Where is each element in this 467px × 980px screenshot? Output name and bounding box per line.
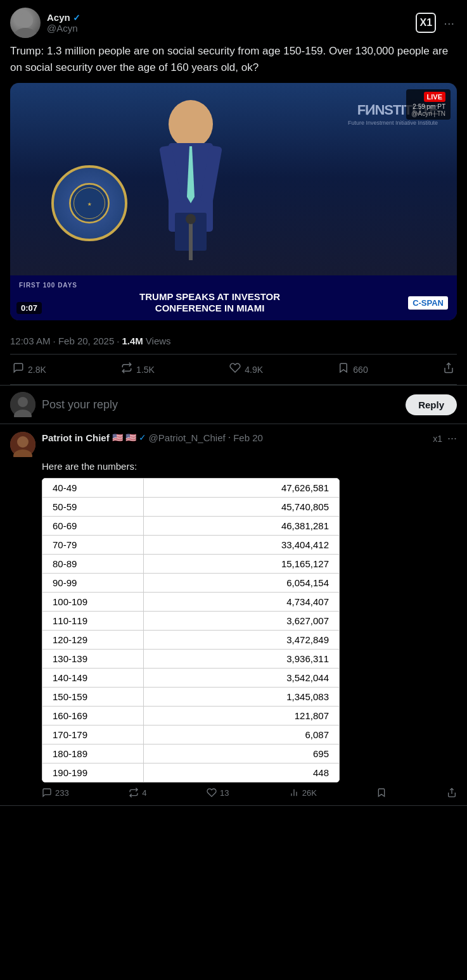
table-cell-range: 150-159 (42, 688, 144, 707)
table-cell-range: 100-109 (42, 593, 144, 612)
table-row: 150-1591,345,083 (42, 688, 340, 707)
reply-retweet-count: 4 (142, 788, 146, 798)
retweet-count: 1.5K (136, 365, 155, 375)
reply-username[interactable]: @Patriot_N_Chief (149, 432, 226, 443)
svg-point-0 (18, 13, 33, 28)
reply-avatar (10, 392, 35, 417)
reply-bookmark-action[interactable] (376, 788, 387, 798)
reply-section: Post your reply Reply (0, 386, 467, 424)
table-cell-value: 46,381,281 (144, 517, 340, 536)
reply-xl-badge: x1 (433, 434, 442, 444)
video-timer: 0:07 (16, 302, 42, 314)
views-label: Views (146, 336, 171, 346)
header-actions: X1 ··· (416, 13, 457, 33)
table-cell-value: 121,807 (144, 707, 340, 726)
table-row: 110-1193,627,007 (42, 612, 340, 631)
views-count: 1.4M (122, 336, 143, 346)
video-title-row: TRUMP SPEAKS AT INVESTOR CONFERENCE IN M… (19, 291, 448, 314)
reply-flags: 🇺🇸 🇺🇸 (112, 432, 136, 443)
reply-user-row: Patriot in Chief 🇺🇸 🇺🇸 ✓ @Patriot_N_Chie… (42, 432, 426, 443)
data-table: 40-4947,626,58150-5945,740,80560-6946,38… (42, 478, 340, 782)
table-row: 160-169121,807 (42, 707, 340, 726)
display-name[interactable]: Acyn ✓ (47, 12, 80, 23)
reply-button[interactable]: Reply (406, 394, 457, 415)
like-action[interactable]: 4.9K (227, 357, 265, 382)
reply-views-action[interactable]: 26K (289, 788, 317, 798)
reply-header-actions: x1 ··· (433, 432, 457, 445)
reply-reply-action[interactable]: 233 (42, 788, 69, 798)
table-row: 70-7933,404,412 (42, 536, 340, 555)
reply-content: Here are the numbers: 40-4947,626,58150-… (42, 461, 457, 782)
username[interactable]: @Acyn (47, 23, 80, 34)
more-options-button[interactable]: ··· (441, 13, 457, 33)
table-cell-value: 6,087 (144, 726, 340, 744)
reply-like-action[interactable]: 13 (207, 788, 229, 798)
table-cell-value: 695 (144, 744, 340, 763)
table-cell-value: 3,627,007 (144, 612, 340, 631)
table-cell-range: 80-89 (42, 555, 144, 574)
table-row: 50-5945,740,805 (42, 498, 340, 517)
table-row: 40-4947,626,581 (42, 479, 340, 498)
avatar[interactable] (10, 8, 41, 38)
svg-text:★: ★ (87, 202, 92, 206)
bookmark-action[interactable]: 660 (335, 357, 370, 382)
reply-text: Here are the numbers: (42, 461, 457, 472)
tweet-video[interactable]: ★ FI/INSTITUTE F (10, 83, 457, 320)
table-row: 190-199448 (42, 763, 340, 782)
reply-reply-count: 233 (55, 788, 69, 798)
reply-tweet-avatar[interactable] (10, 432, 35, 457)
table-cell-range: 40-49 (42, 479, 144, 498)
reply-count: 2.8K (28, 365, 46, 375)
table-cell-range: 190-199 (42, 763, 144, 782)
verified-icon: ✓ (73, 13, 80, 23)
table-cell-value: 4,734,407 (144, 593, 340, 612)
main-tweet: Acyn ✓ @Acyn X1 ··· Trump: 1.3 million p… (0, 0, 467, 386)
user-info: Acyn ✓ @Acyn (47, 12, 80, 34)
reply-icon (13, 362, 24, 377)
reply-retweet-action[interactable]: 4 (129, 788, 146, 798)
cspan-logo: C-SPAN (408, 296, 448, 310)
name-text: Acyn (47, 12, 70, 23)
table-row: 120-1293,472,849 (42, 631, 340, 650)
reply-more-button[interactable]: ··· (447, 432, 457, 445)
tweet-actions: 2.8K 1.5K 4.9K 660 (10, 355, 457, 385)
video-title-bar: FIRST 100 DAYS TRUMP SPEAKS AT INVESTOR … (10, 275, 457, 320)
reply-action[interactable]: 2.8K (10, 357, 49, 382)
table-row: 90-996,054,154 (42, 574, 340, 593)
retweet-icon (121, 362, 132, 377)
table-cell-value: 6,054,154 (144, 574, 340, 593)
reply-share-action[interactable] (447, 788, 457, 798)
reply-tweet: Patriot in Chief 🇺🇸 🇺🇸 ✓ @Patriot_N_Chie… (0, 424, 467, 806)
table-cell-range: 170-179 (42, 726, 144, 744)
table-row: 140-1493,542,044 (42, 669, 340, 688)
table-cell-range: 160-169 (42, 707, 144, 726)
table-row: 130-1393,936,311 (42, 650, 340, 669)
timestamp-text: 12:03 AM · Feb 20, 2025 (10, 336, 114, 346)
speaker-figure (134, 96, 248, 286)
table-cell-range: 130-139 (42, 650, 144, 669)
like-count: 4.9K (245, 365, 263, 375)
svg-rect-11 (189, 222, 193, 260)
video-watermark: @Acyn | TN (411, 110, 445, 117)
table-row: 170-1796,087 (42, 726, 340, 744)
live-badge: LIVE (424, 92, 445, 102)
table-row: 60-6946,381,281 (42, 517, 340, 536)
table-cell-value: 47,626,581 (144, 479, 340, 498)
table-row: 180-189695 (42, 744, 340, 763)
reply-like-count: 13 (220, 788, 229, 798)
table-cell-value: 448 (144, 763, 340, 782)
video-time: 2:59 pm PT (411, 103, 445, 110)
reply-input[interactable]: Post your reply (42, 398, 399, 411)
like-icon (229, 362, 241, 377)
video-bottom-bar: FIRST 100 DAYS TRUMP SPEAKS AT INVESTOR … (10, 275, 457, 320)
xl-badge[interactable]: X1 (416, 13, 436, 33)
tweet-header: Acyn ✓ @Acyn X1 ··· (10, 8, 457, 38)
share-action[interactable] (440, 357, 457, 382)
table-cell-range: 50-59 (42, 498, 144, 517)
retweet-action[interactable]: 1.5K (118, 357, 157, 382)
table-cell-range: 120-129 (42, 631, 144, 650)
presidential-seal: ★ (51, 165, 127, 241)
svg-point-15 (18, 397, 28, 407)
table-row: 80-8915,165,127 (42, 555, 340, 574)
reply-display-name[interactable]: Patriot in Chief (42, 432, 110, 443)
